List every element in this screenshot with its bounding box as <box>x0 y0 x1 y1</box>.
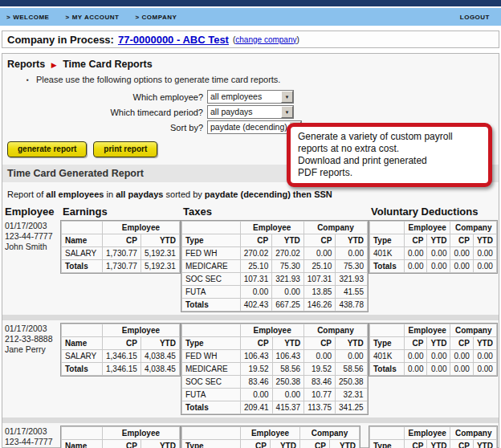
column-header-cell: YTD <box>141 337 179 349</box>
group-header-cell: Employee <box>103 324 179 336</box>
column-title-employee: Employee <box>5 206 63 218</box>
group-header-cell: Employee <box>405 222 450 234</box>
table-cell: SALARY <box>62 350 102 362</box>
deductions-column: EmployeeCompanyTypeCPYTDCPYTD401K0.000.0… <box>369 426 499 448</box>
table-header-row: EmployeeCompany <box>182 222 367 234</box>
totals-cell: 415.37 <box>273 401 304 413</box>
column-header-cell: YTD <box>474 234 496 246</box>
nav-item-company[interactable]: >COMPANY <box>135 14 177 21</box>
column-header-cell: Type <box>182 440 240 448</box>
table-cell: 0.00 <box>304 350 335 362</box>
nav-arrow-icon: > <box>6 14 10 21</box>
nav-arrow-icon: > <box>65 14 69 21</box>
logout-link[interactable]: LOGOUT <box>460 14 501 21</box>
employee-select[interactable]: all employees ▼ <box>207 90 294 104</box>
employee-record: 01/17/2003123-44-7777John Smith Employee… <box>2 426 499 448</box>
totals-row: Totals1,346.154,038.45 <box>62 363 179 375</box>
totals-cell: 5,192.31 <box>141 260 179 272</box>
column-header-cell: Type <box>182 337 240 349</box>
table-subheader-row: TypeCPYTDCPYTD <box>370 337 496 349</box>
column-header-cell: CP <box>103 337 141 349</box>
totals-cell: 4,038.45 <box>141 363 179 375</box>
instructions-text: Please use the following options to gene… <box>36 75 281 84</box>
table-cell: 0.00 <box>427 247 450 259</box>
callout-line: reports at no extra cost. <box>298 143 481 155</box>
change-company-link[interactable]: change company <box>235 35 296 44</box>
totals-row: Totals209.41415.37113.75341.25 <box>182 401 367 413</box>
table-subheader-row: TypeCPYTDCPYTD <box>182 337 367 349</box>
group-header-cell: Company <box>450 222 495 234</box>
print-report-button[interactable]: print report <box>93 141 157 157</box>
deductions-column: EmployeeCompanyTypeCPYTDCPYTD401K0.000.0… <box>369 220 499 274</box>
table-cell: 0.00 <box>336 247 367 259</box>
table-corner-cell <box>182 324 240 336</box>
column-header-cell: Name <box>62 440 102 448</box>
totals-cell: 341.25 <box>336 401 367 413</box>
bullet-icon: ▪ <box>26 76 29 83</box>
table-corner-cell <box>370 222 404 234</box>
table-subheader-row: TypeCPYTDCPYTD <box>370 234 496 246</box>
table-cell: 270.02 <box>272 247 303 259</box>
employee-info: 01/17/2003123-44-7777John Smith <box>5 220 60 252</box>
main-nav: >WELCOME>MY ACCOUNT>COMPANY LOGOUT <box>0 8 501 26</box>
table-row: SALARY1,730.775,192.31 <box>62 247 179 259</box>
taxes-column: EmployeeCompanyTypeCPYTDCPYTDFED WH0.000… <box>181 426 369 448</box>
table-row: FUTA0.000.0013.8541.55 <box>182 286 367 298</box>
table-row: MEDICARE19.5258.5619.5258.56 <box>182 363 367 375</box>
summary-part: all paydays <box>116 189 163 199</box>
table-row: FED WH106.43106.430.000.00 <box>182 350 367 362</box>
table-cell: 250.38 <box>273 376 304 388</box>
nav-arrow-icon: > <box>135 14 139 21</box>
totals-label-cell: Totals <box>182 299 240 311</box>
table-header-row: Employee <box>62 324 179 336</box>
column-header-cell: YTD <box>474 440 496 448</box>
table-cell: 401K <box>370 350 404 362</box>
employee-records: 01/17/2003123-44-7777John Smith Employee… <box>2 220 499 448</box>
employee-ssn: 123-44-7777 <box>5 231 60 242</box>
table-row: SOC SEC107.31321.93107.31321.93 <box>182 273 367 285</box>
column-header-cell: YTD <box>141 234 179 246</box>
table-row: FUTA0.000.0010.7732.31 <box>182 389 367 401</box>
column-header-cell: CP <box>405 234 426 246</box>
table-cell: 58.56 <box>273 363 304 375</box>
table-header-row: Employee <box>62 222 179 234</box>
company-link[interactable]: 77-0000000 - ABC Test <box>118 34 229 46</box>
callout-line: Download and print generated <box>298 155 481 167</box>
timecard-period-select[interactable]: all paydays ▼ <box>207 105 294 119</box>
column-header-cell: CP <box>450 234 472 246</box>
instructions-line: ▪ Please use the following options to ge… <box>26 75 499 84</box>
totals-label-cell: Totals <box>62 363 102 375</box>
earnings-column: EmployeeNameCPYTDSALARY1,346.154,038.45T… <box>60 323 181 377</box>
nav-item-label: COMPANY <box>142 14 177 21</box>
table-cell: 19.52 <box>304 363 335 375</box>
annotation-callout: Generate a variety of custom payroll rep… <box>287 123 492 187</box>
table-subheader-row: TypeCPYTDCPYTD <box>182 440 359 448</box>
paren-close: ) <box>296 35 299 44</box>
table-row: 401K0.000.000.000.00 <box>370 247 496 259</box>
group-header-cell: Company <box>300 427 359 439</box>
column-header-cell: CP <box>405 440 426 448</box>
table-cell: 0.00 <box>427 350 450 362</box>
table-header-row: Employee <box>62 427 179 439</box>
employee-name: Jane Perry <box>5 344 60 355</box>
nav-item-my-account[interactable]: >MY ACCOUNT <box>65 14 119 21</box>
table-cell: 250.38 <box>336 376 367 388</box>
table-cell: 75.30 <box>272 260 303 272</box>
totals-cell: 0.00 <box>450 363 472 375</box>
employee-record: 01/17/2003212-33-8888Jane Perry Employee… <box>2 323 499 415</box>
column-header-cell: CP <box>241 440 270 448</box>
table-cell: 0.00 <box>273 389 304 401</box>
table-cell: SALARY <box>62 247 102 259</box>
generate-report-button[interactable]: generate report <box>7 141 87 157</box>
table-row: SALARY1,346.154,038.45 <box>62 350 179 362</box>
table-cell: FED WH <box>182 247 240 259</box>
table-cell: 0.00 <box>405 350 426 362</box>
totals-cell: 1,730.77 <box>103 260 141 272</box>
nav-item-welcome[interactable]: >WELCOME <box>6 14 49 21</box>
table-cell: 58.56 <box>336 363 367 375</box>
table-cell: 83.46 <box>304 376 335 388</box>
taxes-column: EmployeeCompanyTypeCPYTDCPYTDFED WH106.4… <box>181 323 369 415</box>
table-subheader-row: NameCPYTD <box>62 337 179 349</box>
earnings-column: EmployeeNameCPYTDSALARY1,730.775,192.31T… <box>60 220 181 274</box>
table-corner-cell <box>182 222 240 234</box>
